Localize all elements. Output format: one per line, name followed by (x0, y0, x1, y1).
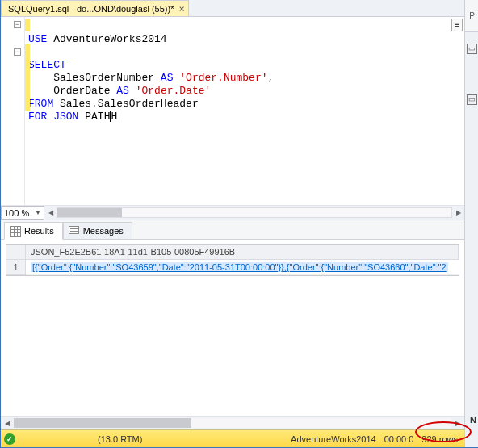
scroll-right-icon[interactable]: ▶ (451, 420, 464, 427)
svg-rect-5 (69, 227, 79, 234)
db-name: AdventureWorks2014 (53, 33, 166, 45)
col-orderdate: OrderDate (53, 85, 110, 97)
query-success-icon: ✓ (4, 433, 15, 445)
grid-icon (10, 225, 21, 237)
row-number: 1 (6, 260, 26, 275)
text-caret (110, 111, 111, 122)
col-salesordernumber: SalesOrderNumber (53, 72, 154, 84)
json-result-link[interactable]: [{"Order":{"Number":"SO43659","Date":"20… (31, 262, 448, 272)
status-login (147, 438, 212, 440)
editor-footer: 100 % ▼ ◀ ▶ (1, 205, 464, 220)
status-server (20, 438, 93, 440)
status-database: AdventureWorks2014 (287, 433, 379, 445)
results-grid-wrap: JSON_F52E2B61-18A1-11d1-B105-00805F49916… (1, 240, 464, 416)
status-version: (13.0 RTM) (94, 433, 145, 445)
annotation-n: N (470, 415, 476, 425)
scroll-right-icon[interactable]: ▶ (453, 207, 463, 218)
chevron-down-icon[interactable]: ▼ (35, 209, 41, 216)
document-tab-strip: SQLQuery1.sql - do...OND\douglasl (55))*… (1, 0, 464, 17)
kw-select: SELECT (28, 59, 66, 71)
code-area[interactable]: USE AdventureWorks2014 SELECT SalesOrder… (25, 17, 464, 205)
panel-glyph-2[interactable]: ▭ (467, 94, 477, 105)
zoom-value: 100 % (4, 208, 29, 218)
kw-json: JSON (53, 111, 78, 123)
rownum-header (6, 245, 26, 260)
main-column: SQLQuery1.sql - do...OND\douglasl (55))*… (1, 0, 464, 447)
panel-glyph-1[interactable]: ▭ (467, 44, 477, 54)
tab-messages-label: Messages (83, 226, 124, 236)
fold-marker[interactable]: − (14, 21, 21, 28)
close-icon[interactable]: × (178, 3, 184, 15)
status-elapsed: 00:00:0 (381, 433, 417, 445)
path-text: PATH (85, 111, 110, 123)
editor-body[interactable]: − − USE AdventureWorks2014 SELECT SalesO… (1, 17, 464, 205)
result-cell[interactable]: [{"Order":{"Number":"SO43659","Date":"20… (26, 260, 459, 275)
kw-from: FROM (28, 98, 53, 110)
results-hscrollbar[interactable]: ◀ ▶ (1, 416, 464, 429)
results-pane: Results Messages JSON_F52E2B61-18A1-11d1… (1, 220, 464, 447)
kw-as: AS (161, 72, 174, 84)
column-header[interactable]: JSON_F52E2B61-18A1-11d1-B105-00805F49916… (26, 245, 459, 260)
scroll-left-icon[interactable]: ◀ (1, 420, 14, 427)
table-salesorderheader: SalesOrderHeader (98, 98, 199, 110)
kw-use: USE (28, 33, 47, 45)
fold-marker[interactable]: − (14, 48, 21, 56)
grid-header-row: JSON_F52E2B61-18A1-11d1-B105-00805F49916… (6, 245, 459, 260)
status-rowcount: 929 rows (418, 433, 461, 445)
scroll-track[interactable] (14, 418, 451, 428)
scroll-left-icon[interactable]: ◀ (45, 207, 56, 218)
split-handle-icon[interactable]: ≡ (451, 19, 463, 31)
sql-editor: − − USE AdventureWorks2014 SELECT SalesO… (1, 17, 464, 220)
collapsed-panel-tab[interactable]: P (465, 0, 478, 32)
svg-rect-0 (10, 226, 20, 236)
tab-results-label: Results (24, 226, 54, 236)
alias-order-date: 'Order.Date' (136, 85, 212, 97)
editor-hscrollbar[interactable]: ◀ ▶ (44, 206, 464, 220)
tab-messages[interactable]: Messages (63, 222, 132, 240)
zoom-combobox[interactable]: 100 % ▼ (1, 206, 44, 220)
empty-line (28, 124, 35, 136)
side-panel-strip: P ▭ ▭ (464, 0, 478, 447)
editor-gutter: − − (1, 17, 25, 205)
results-tabstrip: Results Messages (1, 220, 464, 240)
results-grid[interactable]: JSON_F52E2B61-18A1-11d1-B105-00805F49916… (6, 244, 459, 276)
dot: . (91, 98, 98, 110)
messages-icon (69, 225, 80, 237)
tab-results[interactable]: Results (4, 222, 63, 240)
document-tab[interactable]: SQLQuery1.sql - do...OND\douglasl (55))*… (1, 0, 189, 16)
kw-as: AS (116, 85, 129, 97)
scroll-thumb[interactable] (57, 208, 122, 217)
table-row[interactable]: 1 [{"Order":{"Number":"SO43659","Date":"… (6, 260, 459, 275)
status-bar: ✓ (13.0 RTM) AdventureWorks2014 00:00:0 … (1, 429, 464, 447)
scroll-thumb[interactable] (14, 418, 191, 428)
kw-for: FOR (28, 111, 47, 123)
document-tab-title: SQLQuery1.sql - do...OND\douglasl (55))* (8, 4, 174, 14)
schema-sales: Sales (60, 98, 91, 110)
alias-order-number: 'Order.Number' (179, 72, 267, 84)
